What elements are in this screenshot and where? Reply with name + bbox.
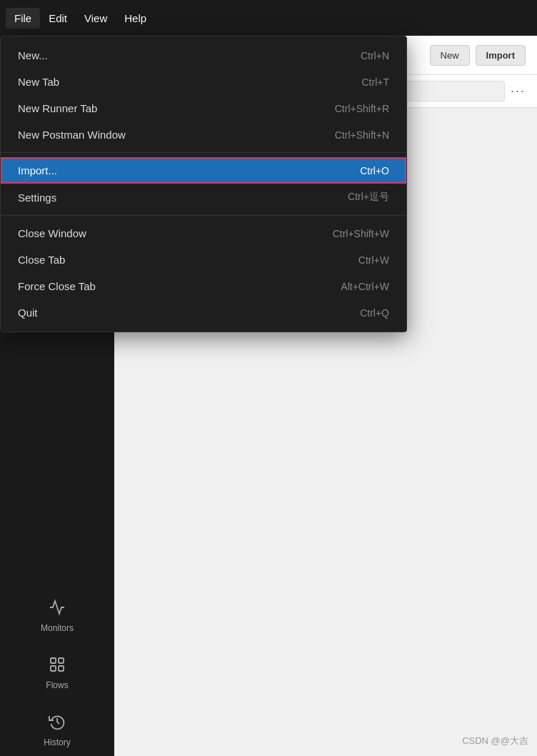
menu-item-settings[interactable]: Settings Ctrl+逗号 [1,184,406,211]
menu-item-new-label: New... [18,49,48,61]
svg-rect-0 [51,658,56,663]
monitors-label: Monitors [41,623,74,633]
menu-item-close-window[interactable]: Close Window Ctrl+Shift+W [1,220,406,247]
menu-item-quit-label: Quit [18,307,38,319]
menu-item-import-label: Import... [18,164,57,176]
menu-item-close-window-label: Close Window [18,227,86,239]
menu-item-new-postman-window-label: New Postman Window [18,129,126,141]
menu-bar: File Edit View Help [0,0,537,36]
sidebar-item-flows[interactable]: Flows [0,647,114,699]
menu-item-new-tab-shortcut: Ctrl+T [362,76,390,88]
svg-rect-1 [59,658,64,663]
menu-item-import-shortcut: Ctrl+O [360,165,389,176]
menu-item-force-close-tab-label: Force Close Tab [18,280,96,292]
separator-2 [1,215,406,216]
svg-rect-2 [59,666,64,671]
menu-help[interactable]: Help [116,8,155,29]
new-button[interactable]: New [430,45,470,66]
menu-item-quit[interactable]: Quit Ctrl+Q [1,299,406,326]
menu-item-import[interactable]: Import... Ctrl+O [1,157,406,184]
menu-item-new-postman-window[interactable]: New Postman Window Ctrl+Shift+N [1,121,406,148]
menu-item-new-tab-label: New Tab [18,76,59,88]
menu-item-new-runner-tab-shortcut: Ctrl+Shift+R [335,103,389,114]
menu-item-quit-shortcut: Ctrl+Q [360,307,389,319]
file-dropdown-menu: New... Ctrl+N New Tab Ctrl+T New Runner … [0,36,407,332]
menu-edit[interactable]: Edit [40,8,76,29]
menu-item-force-close-tab-shortcut: Alt+Ctrl+W [341,281,389,292]
more-options-button[interactable]: ··· [511,84,526,99]
menu-item-new-tab[interactable]: New Tab Ctrl+T [1,69,406,95]
history-icon [49,713,66,733]
flows-icon [49,656,66,676]
menu-item-close-tab-label: Close Tab [18,254,65,266]
watermark: CSDN @@大吉 [462,735,528,747]
import-button[interactable]: Import [476,45,526,66]
menu-item-close-tab-shortcut: Ctrl+W [358,254,389,266]
flows-label: Flows [46,680,68,690]
menu-item-new-shortcut: Ctrl+N [361,50,389,61]
menu-item-new-runner-tab-label: New Runner Tab [18,102,97,114]
menu-view[interactable]: View [76,8,116,29]
sidebar-item-history[interactable]: History [0,705,114,756]
menu-file[interactable]: File [6,8,40,29]
menu-item-close-tab[interactable]: Close Tab Ctrl+W [1,247,406,273]
svg-rect-3 [51,666,56,671]
menu-item-new[interactable]: New... Ctrl+N [1,42,406,69]
menu-item-settings-shortcut: Ctrl+逗号 [348,191,389,204]
menu-item-settings-label: Settings [18,192,56,204]
menu-item-new-postman-window-shortcut: Ctrl+Shift+N [335,129,389,141]
menu-item-new-runner-tab[interactable]: New Runner Tab Ctrl+Shift+R [1,95,406,121]
separator-1 [1,152,406,153]
monitor-icon [49,599,66,619]
menu-item-close-window-shortcut: Ctrl+Shift+W [333,228,389,239]
sidebar-item-monitors[interactable]: Monitors [0,590,114,642]
menu-item-force-close-tab[interactable]: Force Close Tab Alt+Ctrl+W [1,273,406,299]
history-label: History [44,737,70,747]
